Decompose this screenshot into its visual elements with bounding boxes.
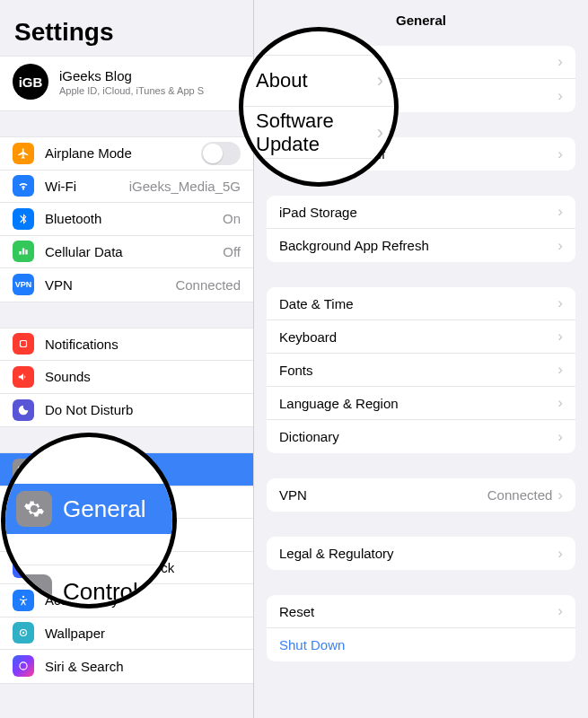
chevron-icon: › xyxy=(377,69,383,92)
card-locale: Date & Time › Keyboard › Fonts › Languag… xyxy=(267,287,575,453)
detail-item-vpn[interactable]: VPN Connected › xyxy=(267,478,575,512)
sidebar-item-dnd[interactable]: Do Not Disturb xyxy=(0,394,253,427)
sidebar-item-label: VPN xyxy=(45,277,168,293)
detail-item-value: Connected xyxy=(487,487,553,503)
magnifier-row-about: About › xyxy=(243,55,394,107)
wifi-value: iGeeks_Media_5G xyxy=(129,179,241,194)
svg-point-8 xyxy=(22,632,24,634)
sidebar: Settings iGB iGeeks Blog Apple ID, iClou… xyxy=(0,0,254,718)
sidebar-item-vpn[interactable]: VPN VPN Connected xyxy=(0,268,253,302)
detail-item-legal[interactable]: Legal & Regulatory › xyxy=(267,537,575,570)
detail-item-label: Background App Refresh xyxy=(279,238,557,253)
sidebar-item-label: Airplane Mode xyxy=(45,145,201,161)
chevron-icon: › xyxy=(557,394,563,412)
magnifier-label: General xyxy=(63,495,146,523)
cellular-value: Off xyxy=(223,244,241,259)
card-legal: Legal & Regulatory › xyxy=(267,537,575,570)
card-storage: iPad Storage › Background App Refresh › xyxy=(267,196,575,262)
bluetooth-value: On xyxy=(223,211,241,226)
detail-item-label: Shut Down xyxy=(279,637,563,652)
vpn-value: Connected xyxy=(175,277,241,293)
magnifier-row-software-update: Software Update › xyxy=(243,107,394,159)
sidebar-item-label: Cellular Data xyxy=(45,244,215,259)
account-subtitle: Apple ID, iCloud, iTunes & App S xyxy=(59,85,204,96)
detail-item-reset[interactable]: Reset › xyxy=(267,595,575,628)
chevron-icon: › xyxy=(557,145,563,163)
wallpaper-icon xyxy=(13,622,34,644)
svg-rect-1 xyxy=(21,341,26,346)
chevron-icon: › xyxy=(557,203,563,221)
chevron-icon: › xyxy=(557,328,563,346)
chevron-icon: › xyxy=(557,602,563,620)
chevron-icon: › xyxy=(557,87,563,105)
wifi-icon xyxy=(13,175,34,197)
magnifier-software-update: About › Software Update › xyxy=(239,27,399,187)
sidebar-item-siri[interactable]: Siri & Search xyxy=(0,650,253,683)
detail-item-date-time[interactable]: Date & Time › xyxy=(267,287,575,320)
airplane-icon xyxy=(13,143,34,164)
sidebar-item-wallpaper[interactable]: Wallpaper xyxy=(0,617,253,651)
chevron-icon: › xyxy=(377,121,383,144)
detail-item-label: Language & Region xyxy=(279,396,557,411)
sidebar-item-label: Siri & Search xyxy=(45,659,241,674)
detail-item-label: iPad Storage xyxy=(279,205,557,220)
detail-item-background-refresh[interactable]: Background App Refresh › xyxy=(267,229,575,262)
card-vpn: VPN Connected › xyxy=(267,478,575,512)
chevron-icon: › xyxy=(557,237,563,255)
chevron-icon: › xyxy=(557,361,563,379)
gear-icon xyxy=(16,491,52,527)
magnifier-label: About xyxy=(256,69,308,92)
cellular-icon xyxy=(13,241,34,262)
detail-item-label: VPN xyxy=(279,487,487,503)
magnifier-label: Software Update xyxy=(256,109,394,156)
sidebar-item-label: Bluetooth xyxy=(45,211,215,226)
chevron-icon: › xyxy=(557,486,563,504)
detail-item-keyboard[interactable]: Keyboard › xyxy=(267,320,575,354)
account-row[interactable]: iGB iGeeks Blog Apple ID, iCloud, iTunes… xyxy=(0,56,253,111)
sidebar-header: Settings xyxy=(0,0,253,56)
avatar: iGB xyxy=(13,64,48,100)
chevron-icon: › xyxy=(557,428,563,446)
group-notify: Notifications Sounds Do Not Disturb xyxy=(0,328,253,428)
siri-icon xyxy=(13,655,34,677)
sidebar-item-sounds[interactable]: Sounds xyxy=(0,361,253,394)
sidebar-item-notifications[interactable]: Notifications xyxy=(0,328,253,362)
svg-point-6 xyxy=(22,596,24,598)
accessibility-icon xyxy=(13,590,34,611)
account-name: iGeeks Blog xyxy=(59,68,204,83)
svg-point-9 xyxy=(20,662,27,670)
card-reset: Reset › Shut Down xyxy=(267,595,575,661)
dnd-icon xyxy=(13,399,34,421)
chevron-icon: › xyxy=(557,545,563,563)
detail-item-label: Fonts xyxy=(279,363,557,378)
sidebar-item-wifi[interactable]: Wi-Fi iGeeks_Media_5G xyxy=(0,171,253,204)
detail-item-label: Dictionary xyxy=(279,429,557,444)
detail-item-dictionary[interactable]: Dictionary › xyxy=(267,420,575,453)
sidebar-item-bluetooth[interactable]: Bluetooth On xyxy=(0,203,253,236)
sidebar-item-cellular[interactable]: Cellular Data Off xyxy=(0,236,253,269)
magnifier-general: General Control xyxy=(1,433,177,609)
sounds-icon xyxy=(13,366,34,388)
group-network: Airplane Mode Wi-Fi iGeeks_Media_5G Blue… xyxy=(0,136,253,302)
chevron-icon: › xyxy=(557,53,563,71)
chevron-icon: › xyxy=(557,294,563,312)
detail-item-shutdown[interactable]: Shut Down xyxy=(267,628,575,661)
detail-item-fonts[interactable]: Fonts › xyxy=(267,354,575,387)
sidebar-item-airplane[interactable]: Airplane Mode xyxy=(0,137,253,171)
airplane-toggle[interactable] xyxy=(201,142,241,165)
detail-item-label: Legal & Regulatory xyxy=(279,546,557,561)
detail-item-label: Reset xyxy=(279,604,557,619)
notifications-icon xyxy=(13,333,34,355)
detail-item-label: Date & Time xyxy=(279,296,557,311)
sidebar-item-label: Notifications xyxy=(45,337,241,352)
magnifier-selected-row: General xyxy=(5,484,172,534)
vpn-icon: VPN xyxy=(13,274,34,295)
detail-item-label: Keyboard xyxy=(279,329,557,345)
sidebar-item-label: Wallpaper xyxy=(45,626,241,641)
bluetooth-icon xyxy=(13,208,34,230)
sidebar-item-label: Wi-Fi xyxy=(45,179,122,194)
detail-item-language-region[interactable]: Language & Region › xyxy=(267,387,575,420)
detail-item-storage[interactable]: iPad Storage › xyxy=(267,196,575,229)
settings-title: Settings xyxy=(14,18,239,47)
sidebar-item-label: Sounds xyxy=(45,369,241,384)
